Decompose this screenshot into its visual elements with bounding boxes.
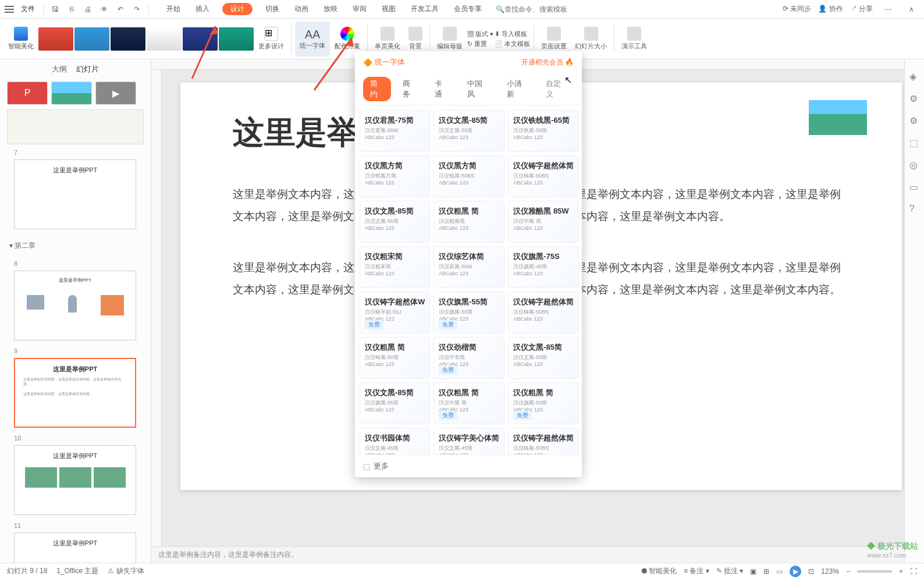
notes-bar[interactable]: 这里是举例备注内容，这里是举例备注内容。	[151, 546, 904, 563]
mini-thumb[interactable]: P	[7, 81, 48, 105]
font-card[interactable]: 汉仪雅酷黑 85W汉仪中黑 简ABCabc 123	[508, 201, 579, 243]
play-button[interactable]: ▶	[790, 566, 801, 577]
template-thumbs[interactable]	[38, 27, 254, 51]
custom-font-tab[interactable]: 自定义	[539, 77, 574, 101]
font-card[interactable]: 汉仪铸字超然体简汉仪铸黑-50BSABCabc 123	[508, 428, 579, 454]
font-category-tab[interactable]: 商务	[396, 77, 424, 101]
slide-thumb-8[interactable]: 8 这里是举例PPT	[14, 260, 137, 343]
slide-thumb-11[interactable]: 11 这里是举例PPT	[14, 522, 137, 563]
tab-会员专享[interactable]: 会员专享	[452, 3, 484, 15]
slides-tab[interactable]: 幻灯片	[76, 64, 99, 74]
sync-status[interactable]: ⟳ 未同步	[783, 4, 811, 14]
zoom-level[interactable]: 123%	[821, 567, 839, 576]
fullscreen-icon[interactable]: ⛶	[910, 567, 917, 576]
file-menu[interactable]: 文件	[21, 4, 35, 14]
font-card[interactable]: 汉仪黑方简汉仪锐黑-50BSABCabc 123	[433, 155, 504, 197]
expand-icon[interactable]: ∧	[905, 3, 917, 15]
cube-icon[interactable]: ⬚	[909, 137, 920, 148]
font-card[interactable]: 汉仪综艺体简汉仪新黑-55WABCabc 123	[433, 246, 504, 288]
redo-icon[interactable]: ↷	[131, 3, 143, 15]
font-card[interactable]: 汉仪君黑-75简汉仪君黑-55WABCabc 123	[360, 110, 430, 152]
zoom-slider[interactable]	[857, 570, 892, 573]
font-card[interactable]: 汉仪粗黑 简汉仪中黑 简ABCabc 123免费	[433, 382, 504, 424]
reset-btn[interactable]: ↻ 重置	[467, 40, 493, 48]
font-category-tab[interactable]: 小清新	[500, 77, 535, 101]
diamond-icon[interactable]: ◈	[909, 71, 920, 81]
tab-开始[interactable]: 开始	[164, 3, 183, 15]
print-icon[interactable]: 🖨	[82, 3, 94, 15]
export-icon[interactable]: ⎘	[66, 3, 77, 15]
layout-btn[interactable]: ▦ 版式 ▾	[467, 30, 493, 38]
preview-icon[interactable]: 👁	[98, 3, 110, 15]
mini-thumb[interactable]	[51, 81, 92, 105]
review-toggle[interactable]: ✎ 批注 ▾	[716, 566, 744, 576]
font-card[interactable]: 汉仪书园体简汉仪文黑-45简ABCabc 123	[360, 428, 430, 454]
font-card[interactable]: 汉仪铸字超然体W汉仪铸字超-55JABCabc 123免费	[360, 292, 430, 333]
font-category-tab[interactable]: 简约	[363, 77, 391, 101]
promo-link[interactable]: 开通稻壳会员 🔥	[521, 58, 574, 68]
search-box[interactable]: 🔍	[496, 5, 574, 13]
book-icon[interactable]: ▭	[909, 182, 920, 192]
font-card[interactable]: 汉仪文黑-85简汉仪文黑-55简ABCabc 123	[508, 337, 579, 379]
slide-thumb-7[interactable]: 7 这里是举例PPT	[14, 149, 137, 232]
view-normal[interactable]: ▣	[750, 567, 756, 576]
tab-审阅[interactable]: 审阅	[350, 3, 369, 15]
font-card[interactable]: 汉仪劲楷简汉仪中东简ABCabc 123免费	[433, 337, 504, 379]
font-card[interactable]: 汉仪旗黑-55简汉仪旗黑-55简ABCabc 123免费	[433, 292, 504, 333]
font-category-tab[interactable]: 卡通	[428, 77, 456, 101]
font-card[interactable]: 汉仪黑方简汉仪铁黑方简ABCabc 123	[360, 155, 430, 197]
mini-thumb[interactable]: ▶	[95, 81, 136, 105]
fit-icon[interactable]: ⊡	[808, 567, 814, 576]
font-card[interactable]: 汉仪文黑-85简汉仪文黑-55简ABCabc 123	[360, 201, 430, 243]
more-icon[interactable]: ⋯	[882, 3, 894, 15]
zoom-in[interactable]: +	[899, 567, 903, 576]
more-fonts[interactable]: ⬚ 更多	[355, 454, 582, 477]
target-icon[interactable]: ◎	[909, 159, 920, 170]
tab-开发工具[interactable]: 开发工具	[408, 3, 441, 15]
menu-icon[interactable]	[5, 9, 14, 10]
beach-image[interactable]	[809, 100, 867, 135]
tab-设计[interactable]: 设计	[222, 3, 253, 15]
save-icon[interactable]: 🖫	[49, 3, 61, 15]
missing-fonts[interactable]: ⚠ 缺失字体	[108, 566, 144, 576]
font-card[interactable]: 汉仪文黑-85简汉仪旗黑-55简ABCabc 123	[360, 382, 430, 424]
font-card[interactable]: 汉仪铸字超然体简汉仪铸黑-50BSABCabc 123	[508, 155, 579, 197]
zoom-out[interactable]: −	[846, 567, 850, 576]
font-card[interactable]: 汉仪铁线黑-65简汉仪铁黑-50简ABCabc 123	[508, 110, 579, 152]
font-card[interactable]: 汉仪铸字美心体简汉仪文黑-45简ABCabc 123	[433, 428, 504, 454]
outline-tab[interactable]: 大纲	[52, 64, 67, 74]
tab-视图[interactable]: 视图	[379, 3, 398, 15]
undo-icon[interactable]: ↶	[115, 3, 126, 15]
view-reading[interactable]: ▭	[776, 567, 783, 576]
font-card[interactable]: 汉仪铸字超然体简汉仪铸黑-50BSABCabc 123	[508, 292, 579, 333]
section-header[interactable]: ▾ 第二章	[0, 236, 151, 255]
smart-beautify[interactable]: 智能美化	[5, 22, 37, 56]
slide-thumb-9[interactable]: 9 这里是举例PPT 这里是举例文本内容，这里是举例文本内容，这里是举例文本内容…	[14, 347, 137, 430]
tab-切换[interactable]: 切换	[263, 3, 282, 15]
font-card[interactable]: 汉仪粗黑 简汉仪旗黑-55简ABCabc 123免费	[508, 382, 579, 424]
font-card[interactable]: 汉仪粗宋简汉仪粗宋简ABCabc 123	[360, 246, 430, 288]
this-template-btn[interactable]: 📄 本文模板	[495, 40, 530, 48]
unify-font-button[interactable]: AA 统一字体	[295, 22, 330, 56]
tab-动画[interactable]: 动画	[292, 3, 311, 15]
search-input[interactable]	[504, 5, 574, 13]
beautify-status[interactable]: ⬢ 智能美化	[641, 566, 677, 576]
notes-toggle[interactable]: ≡ 备注 ▾	[684, 566, 709, 576]
settings-icon[interactable]: ⚙	[909, 93, 920, 104]
more-design[interactable]: ⊞ 更多设计	[255, 22, 287, 56]
share-button[interactable]: ↗ 分享	[850, 4, 873, 14]
font-card[interactable]: 汉仪旗黑-75S汉仪旗黑-45简ABCabc 123	[508, 246, 579, 288]
slide-thumb-10[interactable]: 10 这里是举例PPT	[14, 435, 137, 517]
view-sorter[interactable]: ⊞	[763, 567, 769, 576]
import-template-btn[interactable]: ⬇ 导入模板	[495, 30, 530, 38]
help-icon[interactable]: ?	[909, 204, 920, 214]
tab-插入[interactable]: 插入	[193, 3, 212, 15]
font-card[interactable]: 汉仪粗黑 简汉仪铸黑-50简ABCabc 123	[360, 337, 430, 379]
tab-放映[interactable]: 放映	[321, 3, 340, 15]
collab-button[interactable]: 👤 协作	[818, 4, 843, 14]
theme-name[interactable]: 1_Office 主题	[56, 566, 98, 576]
star-icon[interactable]: ⚙	[909, 115, 920, 126]
font-card[interactable]: 汉仪文黑-85简汉仪文黑-55简ABCabc 123	[433, 110, 504, 152]
font-card[interactable]: 汉仪粗黑 简汉仪粗黑简ABCabc 123	[433, 201, 504, 243]
present-tools[interactable]: 演示工具	[618, 22, 651, 56]
